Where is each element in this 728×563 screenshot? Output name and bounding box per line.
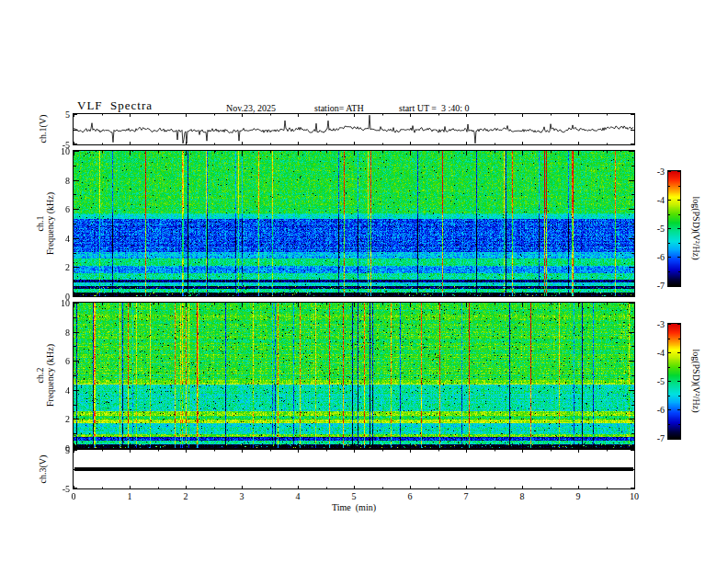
colorbar1-tick-label: -4 [643, 195, 665, 205]
page-title: VLF Spectra [77, 100, 153, 110]
ch1-spectrogram-canvas [74, 151, 634, 296]
ch3-waveform-canvas [74, 450, 634, 488]
colorbar1-canvas [668, 171, 680, 286]
ch2-frequency-axis-label-line2: Frequency (kHz) [45, 344, 55, 407]
time-axis-tick-label: 0 [63, 491, 85, 501]
ch2-spectrogram-ytick-label: 4 [48, 385, 70, 396]
start-ut-label: start UT = 3 :40: 0 [399, 103, 470, 113]
ch2-spectrogram-ytick-label: 8 [48, 327, 70, 338]
ch2-frequency-axis-label: ch.2 Frequency (kHz) [35, 344, 55, 407]
colorbar2-canvas [668, 324, 680, 439]
ch1-frequency-axis-label-line1: ch.1 [35, 192, 45, 255]
colorbar2-tick-label: -6 [643, 405, 665, 415]
ch2-spectrogram-canvas [74, 303, 634, 448]
ch1-spectrogram-ytick-label: 8 [48, 176, 70, 186]
colorbar1-tick-label: -3 [643, 167, 665, 177]
ch1-spectrogram-ytick-label: 4 [48, 234, 70, 244]
colorbar1-psd-label: log(PSD)(V²/Hz) [691, 196, 701, 259]
ch2-spectrogram-ytick-label: 10 [48, 298, 70, 308]
date-label: Nov.23, 2025 [226, 103, 276, 113]
time-axis-tick-label: 1 [119, 491, 141, 501]
ch1-frequency-axis-label: ch.1 Frequency (kHz) [35, 192, 55, 255]
time-axis-tick-label: 4 [287, 491, 309, 501]
ch2-spectrogram-ytick-label: 6 [48, 356, 70, 366]
time-axis-label: Time (min) [308, 502, 400, 512]
ch1-waveform-canvas [74, 114, 634, 144]
colorbar1-tick-label: -7 [643, 281, 665, 291]
ch2-spectrogram-panel [73, 302, 635, 449]
colorbar2-tick-label: -7 [643, 433, 665, 443]
colorbar2 [667, 323, 681, 440]
time-axis-tick-label: 2 [175, 491, 197, 501]
ch3-voltage-axis-label: ch.3(V) [38, 455, 48, 484]
colorbar1-tick-label: -5 [643, 224, 665, 234]
ch1-voltage-axis-label: ch.1(V) [38, 115, 48, 144]
colorbar2-tick-label: -3 [643, 319, 665, 329]
ch1-waveform-panel [73, 113, 635, 145]
colorbar2-tick-label: -4 [643, 348, 665, 358]
ch1-frequency-axis-label-line2: Frequency (kHz) [45, 192, 55, 255]
ch1-spectrogram-panel [73, 150, 635, 297]
time-axis-tick-label: 9 [567, 491, 589, 501]
station-label: station= ATH [314, 103, 364, 113]
ch1-spectrogram-ytick-label: 10 [48, 146, 70, 156]
ch2-frequency-axis-label-line1: ch.2 [35, 344, 45, 407]
time-axis-tick-label: 10 [623, 491, 645, 501]
ch2-spectrogram-ytick-label: 0 [48, 443, 70, 454]
time-axis-tick-label: 6 [399, 491, 421, 501]
ch3-waveform-panel [73, 449, 635, 489]
time-axis-tick-label: 5 [343, 491, 365, 501]
colorbar1-tick-label: -6 [643, 252, 665, 262]
colorbar2-psd-label: log(PSD)(V²/Hz) [691, 349, 701, 412]
vlf-spectra-figure: VLF Spectra Nov.23, 2025 station= ATH st… [0, 0, 728, 563]
time-axis-tick-label: 7 [455, 491, 477, 501]
ch1-waveform-ytick-label: 5 [48, 109, 70, 120]
ch1-spectrogram-ytick-label: 6 [48, 204, 70, 214]
ch2-spectrogram-ytick-label: 2 [48, 414, 70, 424]
ch1-spectrogram-ytick-label: 2 [48, 262, 70, 272]
time-axis-tick-label: 8 [511, 491, 533, 501]
colorbar1 [667, 170, 681, 287]
time-axis-tick-label: 3 [231, 491, 253, 501]
colorbar2-tick-label: -5 [643, 376, 665, 386]
